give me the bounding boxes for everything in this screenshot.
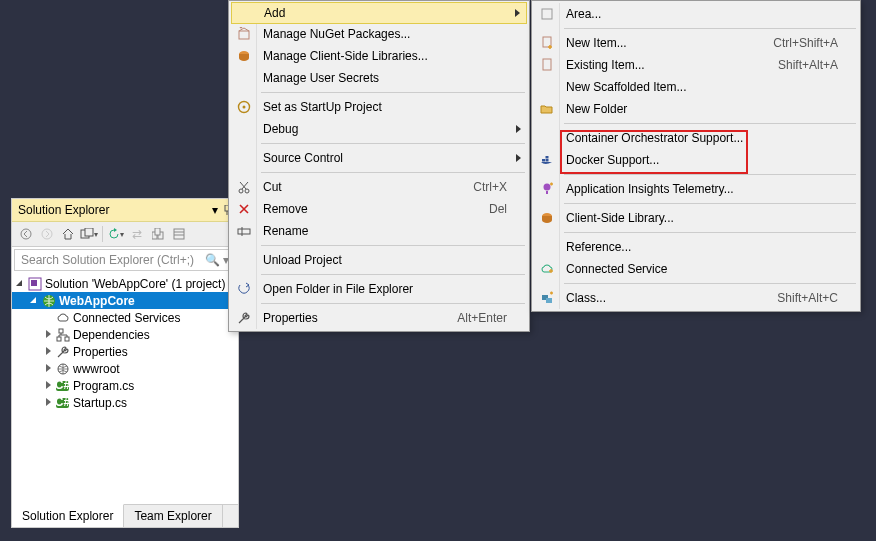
expander-icon[interactable] bbox=[44, 381, 53, 390]
menu-existing-item[interactable]: Existing Item... Shift+Alt+A bbox=[534, 54, 858, 76]
svg-rect-8 bbox=[155, 228, 160, 235]
svg-point-38 bbox=[544, 184, 551, 191]
svg-rect-5 bbox=[85, 228, 93, 236]
panel-tabs: Solution Explorer Team Explorer bbox=[12, 504, 238, 527]
expander-icon[interactable] bbox=[44, 398, 53, 407]
csharp-file-icon: C# bbox=[56, 396, 70, 410]
menu-manage-client-libs[interactable]: Manage Client-Side Libraries... bbox=[231, 45, 527, 67]
startup-icon bbox=[235, 98, 253, 116]
menu-add[interactable]: Add bbox=[231, 2, 527, 24]
insights-icon bbox=[538, 180, 556, 198]
menu-unload[interactable]: Unload Project bbox=[231, 249, 527, 271]
expander-icon[interactable] bbox=[44, 347, 53, 356]
svg-rect-15 bbox=[59, 329, 63, 333]
svg-rect-9 bbox=[174, 229, 184, 239]
submenu-arrow-icon bbox=[516, 125, 521, 133]
svg-rect-17 bbox=[65, 337, 69, 341]
tree-solution-node[interactable]: Solution 'WebAppCore' (1 project) bbox=[12, 275, 238, 292]
menu-class[interactable]: Class... Shift+Alt+C bbox=[534, 287, 858, 309]
svg-point-28 bbox=[239, 189, 243, 193]
scissors-icon bbox=[235, 178, 253, 196]
tab-solution-explorer[interactable]: Solution Explorer bbox=[12, 504, 124, 527]
menu-cut[interactable]: Cut Ctrl+X bbox=[231, 176, 527, 198]
menu-scaffolded-item[interactable]: New Scaffolded Item... bbox=[534, 76, 858, 98]
tree-dependencies[interactable]: Dependencies bbox=[12, 326, 238, 343]
menu-app-insights[interactable]: Application Insights Telemetry... bbox=[534, 178, 858, 200]
collapse-icon[interactable]: ⇄ bbox=[127, 224, 147, 244]
library-icon bbox=[235, 47, 253, 65]
new-item-icon bbox=[538, 34, 556, 52]
area-icon bbox=[538, 5, 556, 23]
wrench-icon bbox=[235, 309, 253, 327]
refresh-icon[interactable]: ▾ bbox=[106, 224, 126, 244]
tree-project-node[interactable]: WebAppCore bbox=[12, 292, 238, 309]
solution-explorer-panel: Solution Explorer ▾ ▾ ▾ ⇄ Search Solutio… bbox=[11, 198, 239, 528]
submenu-arrow-icon bbox=[515, 9, 520, 17]
menu-properties[interactable]: Properties Alt+Enter bbox=[231, 307, 527, 329]
menu-set-startup[interactable]: Set as StartUp Project bbox=[231, 96, 527, 118]
svg-rect-35 bbox=[542, 159, 545, 162]
svg-rect-34 bbox=[543, 59, 551, 70]
menu-connected-service[interactable]: Connected Service bbox=[534, 258, 858, 280]
svg-point-29 bbox=[245, 189, 249, 193]
panel-menu-dropdown-icon[interactable]: ▾ bbox=[212, 203, 218, 217]
new-folder-icon bbox=[538, 100, 556, 118]
tree-properties[interactable]: Properties bbox=[12, 343, 238, 360]
svg-point-24 bbox=[240, 27, 243, 28]
search-icon: 🔍 ▾ bbox=[205, 253, 229, 267]
panel-toolbar: ▾ ▾ ⇄ bbox=[12, 222, 238, 247]
existing-item-icon bbox=[538, 56, 556, 74]
back-icon[interactable] bbox=[16, 224, 36, 244]
csharp-file-icon: C# bbox=[56, 379, 70, 393]
tree-startup-cs[interactable]: C# Startup.cs bbox=[12, 394, 238, 411]
show-all-icon[interactable] bbox=[148, 224, 168, 244]
tree-connected-services[interactable]: Connected Services bbox=[12, 309, 238, 326]
menu-source-control[interactable]: Source Control bbox=[231, 147, 527, 169]
svg-point-27 bbox=[243, 106, 246, 109]
connected-services-icon bbox=[56, 311, 70, 325]
menu-manage-nuget[interactable]: Manage NuGet Packages... bbox=[231, 23, 527, 45]
tree-wwwroot[interactable]: wwwroot bbox=[12, 360, 238, 377]
menu-debug[interactable]: Debug bbox=[231, 118, 527, 140]
svg-rect-30 bbox=[238, 229, 250, 234]
solution-icon bbox=[28, 277, 42, 291]
menu-area[interactable]: Area... bbox=[534, 3, 858, 25]
svg-text:C#: C# bbox=[56, 397, 70, 409]
web-project-icon bbox=[42, 294, 56, 308]
library-icon bbox=[538, 209, 556, 227]
svg-rect-37 bbox=[546, 156, 549, 159]
home-icon[interactable] bbox=[58, 224, 78, 244]
tab-team-explorer[interactable]: Team Explorer bbox=[124, 505, 222, 527]
menu-new-item[interactable]: New Item... Ctrl+Shift+A bbox=[534, 32, 858, 54]
svg-rect-42 bbox=[546, 298, 552, 303]
wrench-icon bbox=[56, 345, 70, 359]
menu-reference[interactable]: Reference... bbox=[534, 236, 858, 258]
forward-icon[interactable] bbox=[37, 224, 57, 244]
tree-program-cs[interactable]: C# Program.cs bbox=[12, 377, 238, 394]
svg-rect-36 bbox=[546, 159, 549, 162]
expander-icon[interactable] bbox=[44, 330, 53, 339]
svg-point-3 bbox=[42, 229, 52, 239]
properties-toolbar-icon[interactable] bbox=[169, 224, 189, 244]
menu-client-side-library[interactable]: Client-Side Library... bbox=[534, 207, 858, 229]
menu-new-folder[interactable]: New Folder bbox=[534, 98, 858, 120]
menu-user-secrets[interactable]: Manage User Secrets bbox=[231, 67, 527, 89]
panel-title-bar: Solution Explorer ▾ bbox=[12, 199, 238, 222]
expander-icon[interactable] bbox=[30, 296, 39, 305]
expander-icon[interactable] bbox=[16, 279, 25, 288]
sync-views-icon[interactable]: ▾ bbox=[79, 224, 99, 244]
menu-container-orchestrator[interactable]: Container Orchestrator Support... bbox=[534, 127, 858, 149]
search-input[interactable]: Search Solution Explorer (Ctrl+;) 🔍 ▾ bbox=[14, 249, 236, 271]
nuget-icon bbox=[235, 25, 253, 43]
panel-title: Solution Explorer bbox=[18, 203, 109, 217]
menu-remove[interactable]: Remove Del bbox=[231, 198, 527, 220]
menu-docker-support[interactable]: Docker Support... bbox=[534, 149, 858, 171]
connected-icon bbox=[538, 260, 556, 278]
delete-icon bbox=[235, 200, 253, 218]
svg-text:C#: C# bbox=[56, 380, 70, 392]
expander-icon[interactable] bbox=[44, 364, 53, 373]
menu-open-folder[interactable]: Open Folder in File Explorer bbox=[231, 278, 527, 300]
menu-rename[interactable]: Rename bbox=[231, 220, 527, 242]
svg-rect-32 bbox=[542, 9, 552, 19]
docker-icon bbox=[538, 151, 556, 169]
